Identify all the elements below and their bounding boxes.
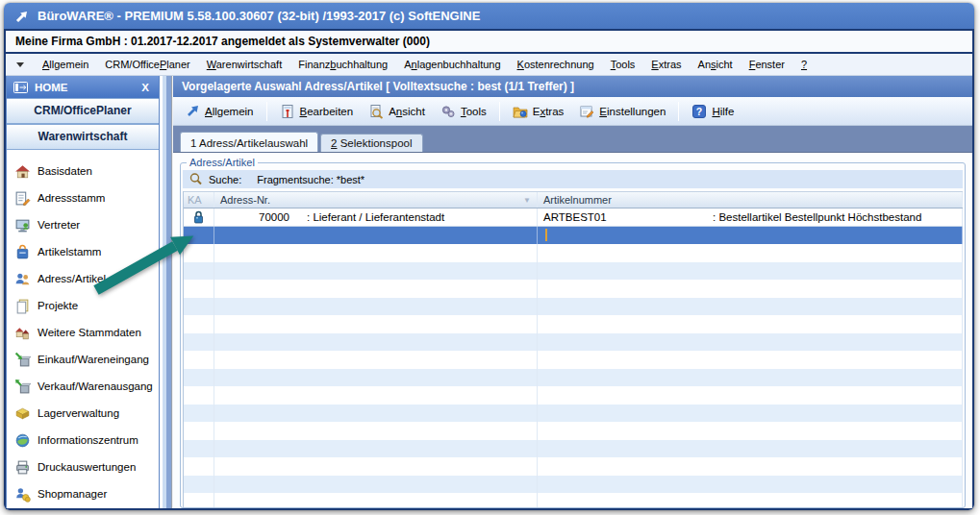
toolbar-extras-button[interactable]: Extras	[506, 102, 571, 121]
toolbar-bearbeiten-button[interactable]: Bearbeiten	[273, 102, 361, 121]
sidebar-item-einkauf-wareneingang[interactable]: Einkauf/Wareneingang	[7, 346, 159, 373]
row-adress-cell: 70000 : Lieferant / Lieferantenstadt	[214, 208, 538, 226]
adress-nr-value: 70000	[220, 211, 289, 223]
sidebar-item-label: Artikelstamm	[38, 246, 101, 258]
toolbar-separator	[266, 102, 267, 121]
sidebar-group-warenwirtschaft[interactable]: Warenwirtschaft	[7, 124, 159, 150]
table-row[interactable]	[184, 405, 963, 423]
table-row[interactable]	[184, 280, 963, 298]
panel-title-text: Vorgelagerte Auswahl Adress/Artikel [ Vo…	[182, 80, 574, 93]
session-text: Meine Firma GmbH : 01.2017-12.2017 angem…	[15, 35, 430, 48]
sidebar-item-lagerverwaltung[interactable]: Lagerverwaltung	[7, 400, 159, 427]
tab-label: 1 Adress/Artikelauswahl	[190, 137, 308, 149]
notepad-icon	[14, 190, 31, 207]
toolbar-button-label: Tools	[461, 106, 487, 117]
table-row[interactable]	[184, 386, 963, 405]
menu-kostenrechnung[interactable]: Kostenrechnung	[517, 59, 594, 70]
sidebar-item-druckauswertungen[interactable]: Druckauswertungen	[7, 454, 159, 480]
toolbar-ansicht-button[interactable]: Ansicht	[362, 102, 432, 121]
gears-icon	[440, 104, 456, 119]
search-bar[interactable]: Suche: Fragmentsuche: *best*	[183, 170, 963, 188]
table-row[interactable]	[184, 262, 963, 281]
sidebar-item-label: Shopmanager	[38, 488, 107, 500]
tab-strip: 1 Adress/Artikelauswahl 2 Selektionspool	[173, 126, 972, 153]
folder-icon	[513, 104, 528, 119]
tab-selektionspool[interactable]: 2 Selektionspool	[320, 134, 422, 152]
toolbar-allgemein-button[interactable]: Allgemein	[179, 102, 261, 120]
app-frame: Meine Firma GmbH : 01.2017-12.2017 angem…	[4, 29, 974, 510]
sidebar-item-vertreter[interactable]: Vertreter	[7, 211, 159, 238]
menu-crm-officeplaner[interactable]: CRM/OfficePlaner	[105, 59, 189, 70]
artikelnummer-value: ARTBEST01	[543, 211, 713, 223]
sidebar-item-label: Projekte	[38, 300, 78, 311]
menu-allgemein[interactable]: Allgemein	[42, 59, 88, 70]
menu-fenster[interactable]: Fenster	[749, 59, 785, 70]
toolbar-hilfe-button[interactable]: ? Hilfe	[685, 102, 741, 121]
table-row[interactable]	[184, 351, 963, 369]
menu-dropdown-icon[interactable]	[16, 62, 24, 67]
sidebar-group-crm-officeplaner[interactable]: CRM/OfficePlaner	[7, 98, 159, 124]
menu-ansicht[interactable]: Ansicht	[698, 59, 733, 70]
menu-anlagenbuchhaltung[interactable]: Anlagenbuchhaltung	[404, 59, 500, 70]
sidebar-item-label: Informationszentrum	[38, 434, 138, 446]
sidebar-title: HOME	[35, 82, 68, 93]
arrow-up-right-icon	[186, 104, 200, 118]
table-header: KA Adress-Nr. ▼ Artikelnummer	[184, 191, 963, 208]
shopping-bag-icon	[14, 244, 31, 260]
globe-icon	[14, 432, 31, 449]
sidebar-item-basisdaten[interactable]: Basisdaten	[7, 158, 159, 184]
table-row-result[interactable]: 70000 : Lieferant / Lieferantenstadt ART…	[184, 208, 963, 227]
sidebar-item-verkauf-warenausgang[interactable]: Verkauf/Warenausgang	[7, 373, 159, 400]
table-row[interactable]	[184, 476, 963, 494]
menu-extras[interactable]: Extras	[651, 59, 681, 70]
table-row[interactable]	[184, 298, 963, 316]
title-bar: BüroWARE® - PREMIUM 5.58.100.30607 (32-b…	[4, 3, 974, 29]
adress-artikel-groupbox: Adress/Artikel Suche: Fragmentsuche: *be…	[180, 157, 966, 508]
groupbox-legend: Adress/Artikel	[187, 157, 258, 168]
menu-help[interactable]: ?	[801, 59, 807, 70]
toolbar-einstellungen-button[interactable]: Einstellungen	[572, 102, 672, 121]
sidebar-item-artikelstamm[interactable]: Artikelstamm	[7, 238, 159, 265]
menu-tools[interactable]: Tools	[611, 59, 636, 70]
toolbar: Allgemein Bearbeiten Ansicht	[173, 97, 972, 126]
table-row-selected[interactable]	[184, 227, 963, 245]
lock-icon	[193, 210, 204, 224]
table-row[interactable]	[184, 333, 963, 352]
sidebar-item-adressstamm[interactable]: Adressstamm	[7, 184, 159, 211]
table-row[interactable]	[184, 422, 963, 440]
home-panel-icon	[13, 82, 28, 93]
sidebar-splitter[interactable]	[160, 76, 173, 508]
houses-icon	[14, 325, 31, 341]
goods-in-icon	[14, 352, 31, 368]
table-row[interactable]	[184, 244, 963, 262]
close-icon[interactable]: X	[138, 82, 152, 93]
sidebar-item-adress-artikel[interactable]: Adress/Artikel	[7, 265, 159, 292]
toolbar-button-label: Bearbeiten	[300, 106, 354, 117]
table-row[interactable]	[184, 457, 963, 476]
menu-finanzbuchhaltung[interactable]: Finanzbuchhaltung	[298, 59, 388, 70]
tab-adress-artikelauswahl[interactable]: 1 Adress/Artikelauswahl	[180, 132, 318, 152]
sidebar-item-informationszentrum[interactable]: Informationszentrum	[7, 427, 159, 454]
sidebar-item-shopmanager[interactable]: Shopmanager	[7, 480, 159, 507]
table-row[interactable]	[184, 440, 963, 458]
sidebar-item-projekte[interactable]: Projekte	[7, 292, 159, 319]
table-row[interactable]	[184, 369, 963, 387]
shop-person-icon	[14, 486, 31, 503]
people-icon	[14, 271, 31, 287]
sidebar-item-weitere-stammdaten[interactable]: Weitere Stammdaten	[7, 319, 159, 346]
column-header-adress-nr[interactable]: Adress-Nr. ▼	[214, 192, 538, 208]
column-header-label: Artikelnummer	[543, 194, 612, 206]
app-arrow-icon	[15, 10, 29, 23]
column-header-ka[interactable]: KA	[184, 192, 214, 208]
table-row[interactable]	[184, 493, 963, 508]
printer-icon	[14, 459, 31, 476]
table-row[interactable]	[184, 315, 963, 333]
svg-text:?: ?	[696, 106, 702, 117]
toolbar-button-label: Ansicht	[389, 106, 425, 117]
menu-warenwirtschaft[interactable]: Warenwirtschaft	[207, 59, 282, 70]
menu-bar: Allgemein CRM/OfficePlaner Warenwirtscha…	[6, 54, 972, 76]
toolbar-tools-button[interactable]: Tools	[434, 102, 493, 121]
sort-descending-icon: ▼	[523, 196, 531, 205]
column-header-artikelnummer[interactable]: Artikelnummer	[538, 192, 963, 208]
toolbar-separator	[499, 102, 500, 121]
